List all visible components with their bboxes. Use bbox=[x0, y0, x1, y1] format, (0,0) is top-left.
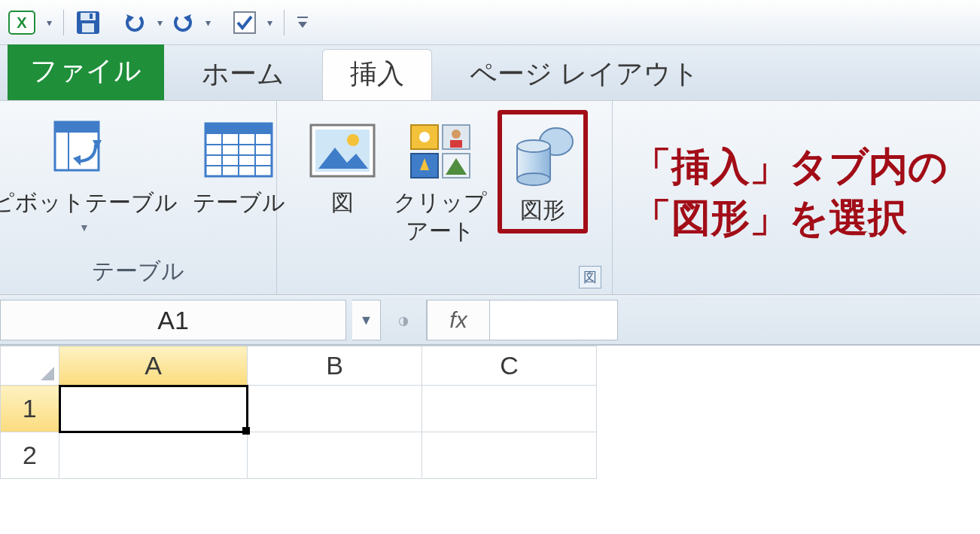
svg-point-31 bbox=[452, 130, 461, 139]
table-label: テーブル bbox=[193, 188, 285, 217]
cell-B1[interactable] bbox=[248, 386, 422, 432]
column-header-B[interactable]: B bbox=[248, 346, 422, 386]
insert-function-button[interactable]: fx bbox=[427, 300, 490, 340]
group-tables: ピボットテーブル ▼ テーブル テーブル bbox=[0, 101, 277, 294]
save-button[interactable] bbox=[72, 6, 105, 39]
redo-button[interactable] bbox=[166, 6, 199, 39]
name-box-value: A1 bbox=[157, 306, 189, 335]
group-launcher-button[interactable]: 図 bbox=[579, 266, 601, 288]
app-menu-dropdown-icon[interactable]: ▾ bbox=[42, 17, 56, 29]
fx-label: fx bbox=[449, 307, 467, 333]
shapes-button[interactable]: 図形 bbox=[498, 110, 588, 233]
tab-file[interactable]: ファイル bbox=[8, 44, 164, 100]
clipart-label: クリップ アート bbox=[394, 188, 487, 245]
row-header-1[interactable]: 1 bbox=[1, 386, 59, 432]
svg-point-26 bbox=[347, 134, 359, 146]
shapes-icon bbox=[507, 121, 579, 196]
svg-rect-8 bbox=[234, 12, 255, 33]
svg-rect-4 bbox=[82, 23, 94, 32]
cell-B2[interactable] bbox=[248, 432, 422, 479]
svg-rect-5 bbox=[90, 14, 93, 19]
quick-access-toolbar: X ▾ ▾ ▾ ▾ bbox=[0, 0, 980, 45]
tab-home-label: ホーム bbox=[202, 58, 285, 89]
formula-input[interactable] bbox=[490, 300, 618, 340]
svg-point-29 bbox=[419, 132, 430, 142]
tab-insert-label: 挿入 bbox=[350, 58, 404, 89]
cell-C2[interactable] bbox=[422, 432, 597, 479]
cell-A2[interactable] bbox=[59, 432, 248, 479]
pivot-table-button[interactable]: ピボットテーブル ▼ bbox=[0, 110, 182, 236]
svg-marker-10 bbox=[298, 22, 307, 28]
worksheet-grid: A B C 1 2 bbox=[0, 345, 980, 479]
svg-text:X: X bbox=[17, 14, 27, 31]
undo-dropdown-icon[interactable]: ▾ bbox=[153, 17, 166, 29]
table-icon bbox=[202, 113, 275, 188]
redo-dropdown-icon[interactable]: ▾ bbox=[201, 17, 215, 29]
name-box[interactable]: A1 bbox=[0, 300, 346, 340]
svg-point-40 bbox=[517, 173, 550, 185]
svg-rect-32 bbox=[450, 140, 462, 148]
select-all-corner[interactable] bbox=[1, 346, 59, 386]
option-dropdown-icon[interactable]: ▾ bbox=[263, 17, 276, 29]
picture-icon bbox=[306, 113, 379, 188]
group-tables-label: テーブル bbox=[6, 253, 270, 291]
clipart-button[interactable]: クリップ アート bbox=[389, 110, 492, 248]
table-button[interactable]: テーブル bbox=[188, 110, 290, 220]
pivot-label: ピボットテーブル bbox=[0, 188, 178, 217]
svg-rect-12 bbox=[55, 122, 99, 133]
name-box-dropdown[interactable]: ▼ bbox=[352, 300, 381, 340]
shapes-label: 図形 bbox=[520, 196, 565, 224]
clipart-icon bbox=[406, 113, 474, 188]
tab-insert[interactable]: 挿入 bbox=[322, 49, 432, 100]
customize-qat-button[interactable] bbox=[292, 6, 313, 39]
tab-page-layout[interactable]: ページ レイアウト bbox=[443, 50, 726, 100]
formula-bar-area: A1 ▼ ◑ fx bbox=[0, 295, 980, 345]
column-header-A[interactable]: A bbox=[59, 346, 248, 386]
dropdown-icon: ▼ bbox=[79, 221, 90, 233]
picture-label: 図 bbox=[331, 188, 354, 217]
group-illustrations: 図 クリップ アート 図形 bbox=[277, 101, 613, 294]
row-header-2[interactable]: 2 bbox=[1, 432, 59, 479]
svg-rect-3 bbox=[81, 13, 96, 20]
separator bbox=[63, 10, 64, 35]
picture-button[interactable]: 図 bbox=[302, 110, 383, 220]
option-checkbox-button[interactable] bbox=[228, 6, 261, 39]
ribbon-tabs: ファイル ホーム 挿入 ページ レイアウト bbox=[0, 45, 980, 101]
pivot-table-icon bbox=[50, 113, 118, 188]
tab-file-label: ファイル bbox=[30, 53, 142, 90]
undo-button[interactable] bbox=[118, 6, 151, 39]
excel-app-icon[interactable]: X bbox=[6, 7, 38, 38]
tab-page-layout-label: ページ レイアウト bbox=[470, 58, 699, 89]
expand-grip-icon[interactable]: ◑ bbox=[388, 300, 418, 340]
group-illustrations-label: x 図 bbox=[283, 258, 606, 291]
svg-point-39 bbox=[517, 140, 550, 152]
column-header-C[interactable]: C bbox=[422, 346, 597, 386]
cell-A1[interactable] bbox=[59, 386, 248, 432]
annotation-text: 「挿入」タブ内の 「図形」を選択 bbox=[632, 142, 948, 243]
separator bbox=[284, 10, 285, 35]
group-launcher-icon: 図 bbox=[583, 268, 597, 286]
cell-C1[interactable] bbox=[422, 386, 597, 432]
tab-home[interactable]: ホーム bbox=[175, 50, 312, 100]
